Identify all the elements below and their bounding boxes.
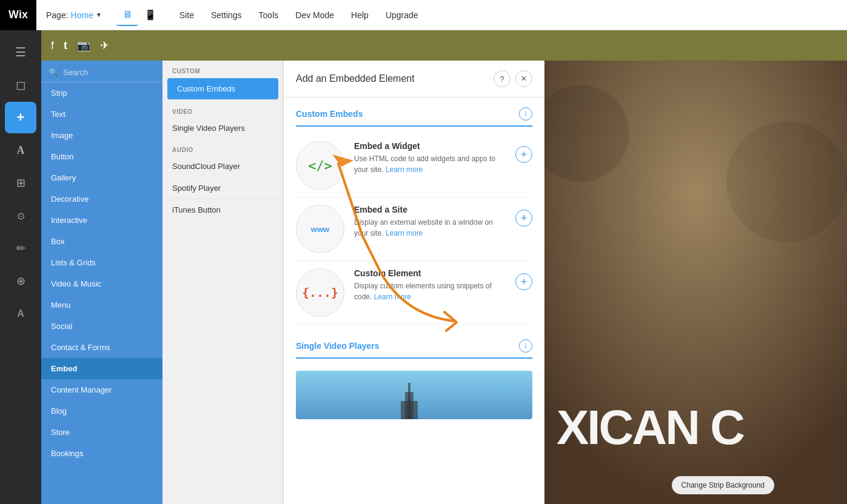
add-site-button[interactable]: + [515,210,532,227]
custom-element-icon-box: {...} [296,268,344,317]
panel-item-decorative[interactable]: Decorative [41,188,162,210]
sub-item-itunes[interactable]: iTunes Button [162,199,283,221]
add-icon: + [17,110,25,125]
site-card-title: Embed a Site [354,205,506,214]
panel-item-gallery[interactable]: Gallery [41,167,162,188]
panel-item-strip[interactable]: Strip [41,82,162,104]
blog-icon: ⊙ [17,210,25,222]
view-toggle: 🖥 📱 [116,4,161,26]
top-nav: Site Settings Tools Dev Mode Help Upgrad… [179,10,418,20]
site-card-desc: Display an external website in a window … [354,217,506,239]
nav-devmode[interactable]: Dev Mode [295,10,334,20]
sub-item-soundcloud[interactable]: SoundCloud Player [162,156,283,177]
ascend-icon: A [17,308,24,319]
mobile-view-btn[interactable]: 📱 [139,4,161,26]
instagram-icon[interactable]: 📷 [77,39,90,52]
add-widget-button[interactable]: + [515,146,532,163]
panel-item-image[interactable]: Image [41,125,162,146]
sidebar-ascend-btn[interactable]: A [5,298,36,330]
wix-logo: Wix [0,0,36,30]
nav-upgrade[interactable]: Upgrade [386,10,418,20]
sub-section-video-label: VIDEO [162,101,283,118]
sidebar-text-btn[interactable]: A [5,134,36,166]
widget-code-icon: </> [308,158,332,173]
search-container: 🔍 [41,61,162,82]
panel-item-blog[interactable]: Blog [41,400,162,422]
design-icon: ✏ [16,242,25,255]
sidebar-design-btn[interactable]: ✏ [5,233,36,264]
facebook-icon[interactable]: f [51,39,54,52]
sidebar-media-btn[interactable]: ◻ [5,69,36,101]
background-heading: XICAN C [557,400,847,456]
twitter-icon[interactable]: t [64,39,67,52]
sidebar-pages-btn[interactable]: ☰ [5,36,36,68]
site-icon-box: www [296,205,344,253]
custom-element-content: Custom Element Display custom elements u… [354,268,506,302]
contacts-icon: ⊕ [16,274,25,288]
sub-item-single-video[interactable]: Single Video Players [162,118,283,139]
svg-point-6 [726,121,847,242]
panel-item-social[interactable]: Social [41,316,162,337]
panel-item-bookings[interactable]: Bookings [41,443,162,464]
tripadvisor-icon[interactable]: ✈ [100,39,109,52]
sidebar-apps-btn[interactable]: ⊞ [5,167,36,199]
custom-embeds-info-icon[interactable]: i [519,107,532,121]
custom-element-title: Custom Element [354,268,506,278]
nav-settings[interactable]: Settings [211,10,242,20]
panel-item-contact[interactable]: Contact & Forms [41,337,162,358]
custom-element-desc: Display custom elements using snippets o… [354,280,506,302]
custom-element-card: {...} Custom Element Display custom elem… [296,261,532,325]
nav-help[interactable]: Help [351,10,369,20]
panel-item-button[interactable]: Button [41,146,162,167]
single-video-info-icon[interactable]: i [519,339,532,353]
sidebar-contacts-btn[interactable]: ⊕ [5,265,36,297]
embed-panel: Add an Embedded Element ? × Custom Embed… [284,61,544,504]
sub-item-custom-embeds[interactable]: Custom Embeds [167,78,278,100]
nav-tools[interactable]: Tools [259,10,279,20]
top-bar: Wix Page: Home ▼ 🖥 📱 Site Settings Tools… [0,0,847,30]
panel-item-embed[interactable]: Embed [41,358,162,379]
sub-item-spotify[interactable]: Spotify Player [162,177,283,199]
widget-card-content: Embed a Widget Use HTML code to add widg… [354,141,506,175]
custom-embeds-title: Custom Embeds [296,109,363,119]
site-card-content: Embed a Site Display an external website… [354,205,506,239]
sub-section-audio-label: AUDIO [162,139,283,156]
embed-panel-title: Add an Embedded Element [296,73,415,84]
desktop-view-btn[interactable]: 🖥 [116,4,138,26]
close-button[interactable]: × [515,70,532,87]
page-dropdown-arrow[interactable]: ▼ [96,12,102,18]
left-panel: 🔍 Strip Text Image Button Gallery Decora… [41,61,162,504]
panel-item-content[interactable]: Content Manager [41,379,162,400]
change-strip-button[interactable]: Change Strip Background [672,476,774,494]
sub-section-custom-label: CUSTOM [162,61,283,77]
help-button[interactable]: ? [494,70,511,87]
custom-element-icon: {...} [302,285,338,300]
page-name-link[interactable]: Home [71,10,93,20]
search-input[interactable] [63,68,155,77]
panel-item-menu[interactable]: Menu [41,294,162,316]
text-icon: A [17,144,25,157]
apps-icon: ⊞ [16,176,25,190]
panel-item-store[interactable]: Store [41,422,162,443]
site-learn-more-link[interactable]: Learn more [386,229,423,237]
video-thumbnail [296,371,532,419]
panel-item-lists[interactable]: Lists & Grids [41,252,162,273]
widget-learn-more-link[interactable]: Learn more [386,165,423,174]
panel-item-interactive[interactable]: Interactive [41,210,162,231]
single-video-section: Single Video Players i [284,330,544,371]
single-video-title: Single Video Players [296,341,379,351]
search-icon: 🔍 [49,68,58,77]
background-area: XICAN C [544,61,847,504]
sidebar-blog-btn[interactable]: ⊙ [5,200,36,231]
add-custom-element-button[interactable]: + [515,273,532,290]
nav-site[interactable]: Site [179,10,194,20]
panel-item-text[interactable]: Text [41,104,162,125]
custom-element-learn-more-link[interactable]: Learn more [374,293,411,301]
panel-item-video[interactable]: Video & Music [41,273,162,294]
sidebar-add-btn[interactable]: + [5,102,36,133]
single-video-header: Single Video Players i [296,339,532,359]
embed-panel-header: Add an Embedded Element ? × [284,61,544,98]
panel-item-box[interactable]: Box [41,231,162,252]
svg-rect-3 [401,401,418,419]
pages-icon: ☰ [15,45,26,59]
